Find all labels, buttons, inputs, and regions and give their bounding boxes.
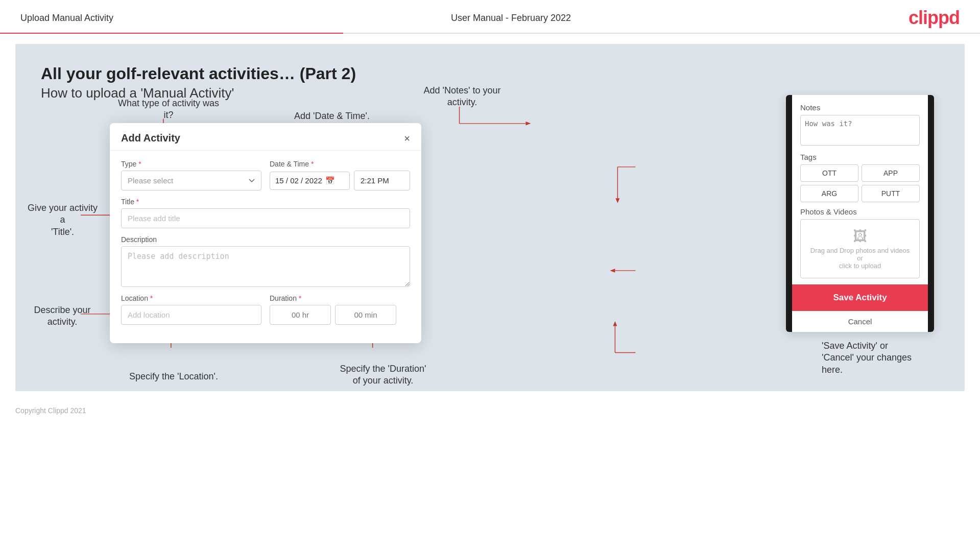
notes-textarea[interactable] xyxy=(800,115,920,146)
title-input[interactable] xyxy=(121,208,410,228)
add-activity-modal: Add Activity × Type * Please select Date… xyxy=(110,123,421,343)
annotation-give-title: Give your activity a 'Title'. xyxy=(26,202,100,238)
location-label: Location * xyxy=(121,294,261,302)
activity-panel: Notes Tags OTT APP ARG PUTT Photos & Vid… xyxy=(786,95,934,332)
type-datetime-row: Type * Please select Date & Time * 15 / … xyxy=(121,160,410,190)
photos-label: Photos & Videos xyxy=(800,207,920,216)
manual-title: User Manual - February 2022 xyxy=(451,13,571,23)
main-heading: All your golf-relevant activities… (Part… xyxy=(41,64,939,83)
type-group: Type * Please select xyxy=(121,160,261,190)
type-select[interactable]: Please select xyxy=(121,171,261,190)
copyright: Copyright Clippd 2021 xyxy=(15,406,86,415)
annotation-notes: Add 'Notes' to your activity. xyxy=(403,85,521,109)
tags-grid: OTT APP ARG PUTT xyxy=(800,164,920,202)
tag-app[interactable]: APP xyxy=(862,164,920,182)
description-group: Description xyxy=(121,235,410,287)
time-input[interactable] xyxy=(354,171,410,190)
top-bar: Upload Manual Activity User Manual - Feb… xyxy=(0,0,980,34)
svg-marker-23 xyxy=(613,321,617,326)
logo: clippd xyxy=(909,7,960,29)
location-input[interactable] xyxy=(121,305,261,325)
duration-min-input[interactable] xyxy=(335,305,396,325)
tag-putt[interactable]: PUTT xyxy=(862,185,920,202)
save-activity-button[interactable]: Save Activity xyxy=(786,284,934,311)
notes-label: Notes xyxy=(800,103,920,112)
duration-group: Duration * xyxy=(270,294,410,325)
tag-arg[interactable]: ARG xyxy=(800,185,858,202)
svg-marker-20 xyxy=(610,269,615,273)
duration-hr-input[interactable] xyxy=(270,305,331,325)
annotation-describe: Describe your activity. xyxy=(27,304,98,328)
tag-ott[interactable]: OTT xyxy=(800,164,858,182)
main-content-area: All your golf-relevant activities… (Part… xyxy=(15,44,965,391)
svg-marker-18 xyxy=(615,198,619,203)
svg-marker-15 xyxy=(525,122,531,126)
photos-drop-zone[interactable]: 🖼 Drag and Drop photos and videos or cli… xyxy=(800,219,920,278)
page-title: Upload Manual Activity xyxy=(20,13,113,23)
modal-header: Add Activity × xyxy=(110,123,421,151)
annotation-date-time: Add 'Date & Time'. xyxy=(276,110,388,122)
annotation-location: Specify the 'Location'. xyxy=(123,371,225,382)
annotation-duration: Specify the 'Duration' of your activity. xyxy=(317,363,449,387)
modal-body: Type * Please select Date & Time * 15 / … xyxy=(110,151,421,343)
date-input-wrap[interactable]: 15 / 02 / 2022 📅 xyxy=(270,172,350,190)
cancel-button[interactable]: Cancel xyxy=(786,311,934,332)
datetime-group: Date & Time * 15 / 02 / 2022 📅 xyxy=(270,160,410,190)
annotation-save: 'Save Activity' or 'Cancel' your changes… xyxy=(822,340,962,376)
duration-label: Duration * xyxy=(270,294,410,302)
date-value: 15 / 02 / 2022 xyxy=(275,176,322,185)
photo-icon: 🖼 xyxy=(809,228,911,245)
date-time-inputs: 15 / 02 / 2022 📅 xyxy=(270,171,410,190)
type-label: Type * xyxy=(121,160,261,168)
description-textarea[interactable] xyxy=(121,246,410,287)
description-label: Description xyxy=(121,235,410,244)
footer: Copyright Clippd 2021 xyxy=(0,401,980,420)
datetime-label: Date & Time * xyxy=(270,160,410,168)
duration-inputs xyxy=(270,305,410,325)
title-group: Title * xyxy=(121,198,410,228)
title-label: Title * xyxy=(121,198,410,206)
modal-title: Add Activity xyxy=(121,132,180,144)
calendar-icon: 📅 xyxy=(325,176,335,185)
tags-label: Tags xyxy=(800,153,920,161)
location-group: Location * xyxy=(121,294,261,325)
photos-drop-text: Drag and Drop photos and videos or click… xyxy=(810,247,910,270)
modal-close-button[interactable]: × xyxy=(404,133,410,143)
location-duration-row: Location * Duration * xyxy=(121,294,410,325)
